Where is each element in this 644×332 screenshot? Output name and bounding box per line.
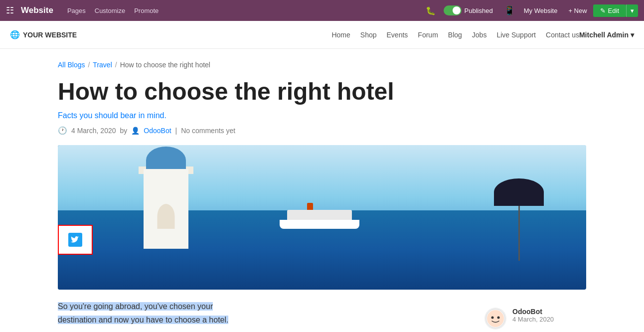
pages-link[interactable]: Pages: [67, 7, 86, 14]
umbrella-top: [494, 178, 544, 206]
author-avatar: [484, 308, 506, 330]
meta-comments[interactable]: No comments yet: [181, 127, 235, 135]
published-label: Published: [465, 7, 493, 14]
promote-link[interactable]: Promote: [134, 7, 159, 14]
cruise-ship: [280, 206, 359, 229]
clock-icon: 🕐: [58, 126, 67, 135]
mobile-icon[interactable]: 📱: [504, 5, 515, 16]
ship-top: [287, 210, 352, 220]
subtitle-text: Facts you should bear in mind.: [58, 111, 166, 120]
meta-date: 4 March, 2020: [71, 127, 116, 135]
author-card: OdooBot 4 March, 2020: [477, 300, 586, 332]
article-body: So you're going abroad, you've chosen yo…: [58, 300, 586, 332]
edit-button[interactable]: ✎ Edit: [593, 4, 626, 17]
nav-forum[interactable]: Forum: [418, 31, 438, 39]
author-info: OdooBot 4 March, 2020: [512, 308, 554, 323]
breadcrumb-sep2: /: [115, 61, 117, 69]
meta-sep: |: [175, 127, 177, 135]
ship-body: [280, 220, 359, 229]
svg-point-3: [497, 317, 500, 319]
article-body-text1: So you're going abroad, you've chosen yo…: [58, 302, 213, 311]
article-sidebar: OdooBot 4 March, 2020 SHARE THIS POST: [477, 300, 586, 332]
arch: [158, 204, 175, 229]
publish-toggle-wrap: Published: [444, 5, 493, 15]
meta-by: by: [120, 127, 128, 135]
svg-point-1: [487, 310, 504, 327]
admin-chevron-icon: ▾: [631, 31, 634, 39]
hero-image: [58, 145, 586, 290]
article-body-text2: destination and now you have to choose a…: [58, 316, 228, 324]
breadcrumb-travel[interactable]: Travel: [93, 61, 112, 69]
publish-toggle[interactable]: [444, 5, 462, 15]
admin-user-name: Mitchell Admin: [579, 31, 629, 39]
edit-dropdown-button[interactable]: ▾: [626, 4, 638, 17]
meta-avatar-icon: 👤: [131, 127, 140, 135]
nav-events[interactable]: Events: [387, 31, 408, 39]
nav-contact-us[interactable]: Contact us: [546, 31, 579, 39]
blog-title: How to choose the right hotel: [58, 78, 586, 105]
new-button[interactable]: + New: [568, 7, 587, 14]
pencil-icon: ✎: [600, 7, 606, 14]
main-content: All Blogs / Travel / How to choose the r…: [48, 49, 596, 332]
article-main: So you're going abroad, you've chosen yo…: [58, 300, 462, 332]
my-website-button[interactable]: My Website: [524, 7, 558, 14]
admin-user-menu[interactable]: Mitchell Admin ▾: [579, 31, 634, 39]
logo-text: YOUR WEBSITE: [23, 31, 77, 39]
website-logo[interactable]: 🌐 YOUR WEBSITE: [10, 30, 77, 39]
blog-meta: 🕐 4 March, 2020 by 👤 OdooBot | No commen…: [58, 126, 586, 135]
breadcrumb-all-blogs[interactable]: All Blogs: [58, 61, 85, 69]
article-text: So you're going abroad, you've chosen yo…: [58, 300, 462, 327]
umbrella-pole: [518, 206, 520, 261]
edit-label: Edit: [608, 7, 619, 14]
breadcrumb-current: How to choose the right hotel: [120, 61, 210, 69]
nav-blog[interactable]: Blog: [448, 31, 462, 39]
globe-icon: 🌐: [10, 30, 20, 39]
website-title: Website: [21, 5, 53, 15]
admin-nav: Pages Customize Promote: [67, 7, 159, 14]
nav-home[interactable]: Home: [331, 31, 350, 39]
blog-subtitle: Facts you should bear in mind.: [58, 111, 586, 120]
twitter-share-box[interactable]: [58, 225, 93, 255]
beach-umbrella: [494, 178, 544, 261]
grid-icon[interactable]: ☷: [6, 5, 14, 16]
breadcrumb-sep1: /: [88, 61, 90, 69]
admin-bar: ☷ Website Pages Customize Promote 🐛 Publ…: [0, 0, 644, 21]
customize-link[interactable]: Customize: [95, 7, 125, 14]
website-nav-links: Home Shop Events Forum Blog Jobs Live Su…: [331, 31, 579, 39]
website-nav: 🌐 YOUR WEBSITE Home Shop Events Forum Bl…: [0, 21, 644, 49]
nav-shop[interactable]: Shop: [360, 31, 377, 39]
bell-tower: [121, 147, 211, 246]
debug-icon[interactable]: 🐛: [426, 6, 436, 15]
nav-jobs[interactable]: Jobs: [472, 31, 487, 39]
author-date: 4 March, 2020: [512, 316, 554, 323]
nav-live-support[interactable]: Live Support: [496, 31, 536, 39]
santorini-scene: [58, 145, 586, 290]
twitter-logo: [68, 233, 82, 247]
tower-base: [144, 169, 188, 249]
author-name: OdooBot: [512, 308, 554, 316]
svg-point-2: [491, 317, 494, 319]
breadcrumb: All Blogs / Travel / How to choose the r…: [58, 61, 586, 69]
meta-author[interactable]: OdooBot: [144, 127, 171, 135]
